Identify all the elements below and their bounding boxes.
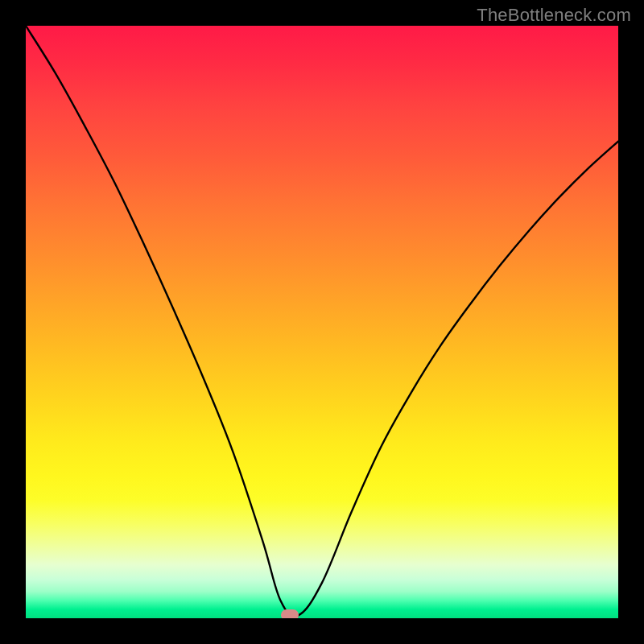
plot-area xyxy=(26,26,618,618)
bottleneck-curve xyxy=(26,26,618,618)
chart-frame: TheBottleneck.com xyxy=(0,0,644,644)
watermark-text: TheBottleneck.com xyxy=(477,5,631,26)
optimum-marker xyxy=(281,609,299,618)
